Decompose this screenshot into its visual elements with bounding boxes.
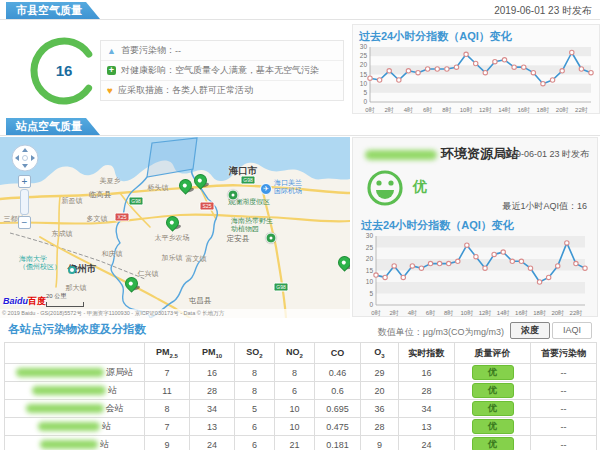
column-header: 质量评价 — [455, 343, 531, 364]
map-pan-control[interactable] — [10, 143, 40, 173]
unit-note: 数值单位：μg/m3(CO为mg/m3) — [378, 326, 504, 339]
map-place-label: 仁兴镇 — [138, 270, 159, 278]
svg-text:22时: 22时 — [570, 310, 583, 316]
map-place-label: 东成镇 — [52, 230, 73, 238]
info-row-health: + 对健康影响： 空气质量令人满意，基本无空气污染 — [101, 61, 343, 81]
map-place-label: 富文镇 — [186, 255, 207, 263]
svg-text:15: 15 — [366, 267, 374, 274]
table-row: 会站8345100.6953634优-- — [5, 400, 597, 418]
station-name-suffix: 站 — [102, 420, 111, 433]
divider — [0, 135, 600, 136]
zoom-out-button[interactable]: − — [18, 216, 31, 229]
station-name-suffix: 会站 — [106, 402, 124, 415]
toggle-iaqi[interactable]: IAQI — [552, 322, 592, 339]
svg-text:30: 30 — [366, 233, 374, 239]
svg-text:6时: 6时 — [426, 310, 435, 316]
zoom-slider[interactable] — [20, 189, 29, 215]
molecule-icon: ▲ — [107, 46, 116, 56]
map-place-label: 多文镇 — [87, 215, 108, 223]
pollutant-value: 6 — [235, 418, 275, 436]
map-place-label: 太平乡农场 — [155, 234, 190, 242]
tab-station-air-quality[interactable]: 站点空气质量 — [6, 118, 100, 135]
pollutant-value: 11 — [145, 382, 190, 400]
tab-city-air-quality[interactable]: 市县空气质量 — [6, 2, 100, 19]
map-place-label: 屯昌县 — [189, 297, 212, 305]
pollutant-value: 0.695 — [315, 400, 361, 418]
pollutant-value: 24 — [190, 436, 235, 450]
map-place-label: 海南大学 （儋州校区） — [19, 255, 61, 270]
redacted-station-name — [26, 404, 104, 413]
svg-text:16时: 16时 — [517, 107, 530, 113]
station-publish-date: 2019-06-01 23 时发布 — [501, 148, 589, 161]
quality-grade-badge: 优 — [472, 419, 514, 434]
table-header-row: PM2.5PM10SO2NO2COO3实时指数质量评价首要污染物 — [5, 343, 597, 364]
pollutant-value: 8 — [145, 400, 190, 418]
info-value: 各类人群可正常活动 — [172, 84, 253, 97]
column-header: 实时指数 — [399, 343, 455, 364]
pollutant-value: 8 — [235, 364, 275, 382]
zoom-in-button[interactable]: + — [18, 175, 31, 188]
station-name-suffix: 站 — [108, 384, 117, 397]
pollutant-value: 10 — [275, 418, 315, 436]
column-header: PM2.5 — [145, 343, 190, 364]
svg-text:2时: 2时 — [390, 310, 399, 316]
svg-text:10: 10 — [366, 278, 374, 285]
station-name-cell: 源局站 — [5, 366, 144, 379]
pollutant-table: PM2.5PM10SO2NO2COO3实时指数质量评价首要污染物 源局站7168… — [4, 342, 597, 450]
column-header: PM10 — [190, 343, 235, 364]
redacted-station-name — [16, 368, 104, 377]
map-place-label: 海口美兰 国际机场 — [274, 179, 302, 194]
poi-attraction-icon — [228, 190, 239, 201]
info-row-primary-pollutant: ▲ 首要污染物： -- — [101, 41, 343, 61]
pollutant-value: 7 — [145, 364, 190, 382]
station-name-cell: 会站 — [5, 402, 144, 415]
pollutant-value: 6 — [235, 436, 275, 450]
road-shield: G98 — [241, 176, 256, 185]
primary-pollutant-value: -- — [531, 436, 597, 450]
svg-text:15: 15 — [360, 71, 368, 78]
pollutant-value: 21 — [275, 436, 315, 450]
chart-title: 过去24小时分指数（AQI）变化 — [353, 25, 599, 44]
smiley-face-icon — [365, 168, 405, 208]
pollutant-value: 16 — [399, 364, 455, 382]
station-name-cell: 站 — [5, 420, 144, 433]
station-detail-panel: 环境资源局站 2019-06-01 23 时发布 优 最近1小时AQI值：16 … — [352, 137, 598, 317]
pollutant-value: 10 — [275, 400, 315, 418]
column-header: SO2 — [235, 343, 275, 364]
table-title: 各站点污染物浓度及分指数 — [8, 322, 146, 337]
pollutant-value: 36 — [361, 400, 399, 418]
svg-text:10时: 10时 — [460, 107, 473, 113]
station-name-cell: 站 — [5, 384, 144, 397]
primary-pollutant-value: -- — [531, 382, 597, 400]
toggle-concentration[interactable]: 浓度 — [510, 322, 550, 339]
column-header: O3 — [361, 343, 399, 364]
road-shield: S25 — [200, 202, 215, 211]
pollutant-value: 5 — [235, 400, 275, 418]
svg-text:18时: 18时 — [533, 310, 546, 316]
svg-text:8时: 8时 — [444, 310, 453, 316]
svg-text:4时: 4时 — [408, 310, 417, 316]
aqi-value: 16 — [56, 62, 73, 79]
health-cross-icon: + — [107, 66, 116, 75]
svg-text:0: 0 — [363, 98, 367, 105]
map-place-label: 桥头镇 — [148, 184, 169, 192]
pollutant-value: 7 — [145, 418, 190, 436]
pollutant-value: 24 — [399, 436, 455, 450]
pollutant-value: 13 — [399, 418, 455, 436]
svg-text:20: 20 — [360, 61, 368, 68]
map-place-label: 临高县 — [89, 191, 112, 199]
column-header: 首要污染物 — [531, 343, 597, 364]
map-place-label: 加乐镇 — [162, 254, 183, 262]
map-scale: 20 公里 — [46, 292, 84, 307]
svg-text:30: 30 — [360, 44, 368, 50]
pollutant-value: 13 — [190, 418, 235, 436]
pollutant-value: 6 — [275, 382, 315, 400]
quality-grade-badge: 优 — [472, 383, 514, 398]
table-row: 站7136100.4752813优-- — [5, 418, 597, 436]
station-map[interactable]: 海口市儋州市临高县定安县屯昌县美夏乡桥头镇新盈镇三都镇多文镇东成镇和庆镇那大镇仁… — [0, 137, 350, 318]
pollutant-value: 34 — [399, 400, 455, 418]
aqi-info-box: ▲ 首要污染物： -- + 对健康影响： 空气质量令人满意，基本无空气污染 ♥ … — [100, 40, 344, 101]
pollutant-value: 28 — [399, 382, 455, 400]
heart-icon: ♥ — [107, 85, 113, 96]
info-value: 空气质量令人满意，基本无空气污染 — [175, 64, 319, 77]
